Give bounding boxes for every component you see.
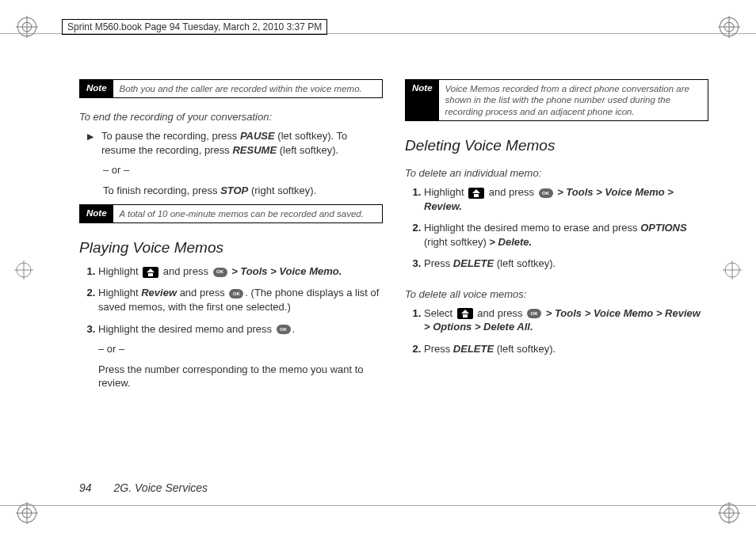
- ok-icon: OK: [539, 188, 553, 198]
- pointer-icon: ▶: [87, 131, 94, 157]
- left-column: Note Both you and the caller are recorde…: [79, 79, 383, 469]
- softkey-label: DELETE: [453, 343, 494, 355]
- crop-line-bottom: [0, 505, 756, 507]
- subheading: To delete all voice memos:: [405, 288, 708, 300]
- ok-icon: OK: [527, 309, 541, 318]
- home-icon: [143, 267, 158, 278]
- body-text: To pause the recording, press PAUSE (let…: [101, 129, 383, 157]
- page-footer: 94 2G. Voice Services: [79, 481, 208, 494]
- page-number: 94: [79, 481, 92, 494]
- softkey-label: Review: [141, 287, 177, 299]
- list-item: Highlight Review and press OK. (The phon…: [98, 286, 383, 314]
- registration-mark-icon: [718, 16, 740, 38]
- ok-icon: OK: [213, 268, 227, 277]
- bullet-item: ▶ To pause the recording, press PAUSE (l…: [87, 129, 383, 157]
- or-separator: – or –: [98, 342, 383, 356]
- section-title: Playing Voice Memos: [79, 239, 383, 257]
- subheading: To delete an individual memo:: [405, 167, 708, 179]
- note-text: Voice Memos recorded from a direct phone…: [439, 80, 708, 120]
- or-separator: – or –: [103, 163, 383, 177]
- list-item: Highlight the desired memo to erase and …: [424, 221, 708, 249]
- note-box: Note Voice Memos recorded from a direct …: [405, 79, 708, 121]
- crosshair-icon: [14, 260, 33, 280]
- home-icon: [457, 308, 473, 319]
- list-item: Highlight and press OK > Tools > Voice M…: [98, 264, 383, 279]
- note-text: A total of 10 one-minute memos can be re…: [113, 205, 370, 222]
- registration-mark-icon: [718, 502, 740, 524]
- section-label: 2G. Voice Services: [114, 481, 208, 494]
- note-label: Note: [80, 205, 113, 222]
- note-text: Both you and the caller are recorded wit…: [113, 80, 368, 97]
- page-header-line: Sprint M560.book Page 94 Tuesday, March …: [62, 19, 327, 35]
- list-item: Highlight and press OK > Tools > Voice M…: [424, 185, 708, 213]
- softkey-label: OPTIONS: [640, 222, 687, 234]
- ok-icon: OK: [229, 289, 243, 299]
- menu-path: > Delete.: [489, 236, 532, 248]
- page-content: Note Both you and the caller are recorde…: [79, 79, 708, 469]
- home-icon: [468, 188, 484, 199]
- softkey-label: STOP: [220, 184, 248, 196]
- note-box: Note Both you and the caller are recorde…: [79, 79, 383, 98]
- note-label: Note: [406, 80, 439, 120]
- right-column: Note Voice Memos recorded from a direct …: [405, 79, 708, 469]
- softkey-label: RESUME: [232, 144, 277, 156]
- list-item: Highlight the desired memo and press OK.…: [98, 322, 383, 390]
- ordered-list: Highlight and press OK > Tools > Voice M…: [405, 185, 708, 279]
- body-text: Press the number corresponding to the me…: [98, 363, 383, 390]
- registration-mark-icon: [16, 16, 38, 38]
- list-item: Select and press OK > Tools > Voice Memo…: [424, 306, 708, 334]
- note-label: Note: [80, 80, 113, 97]
- crosshair-icon: [723, 260, 742, 280]
- body-text: To finish recording, press STOP (right s…: [103, 184, 383, 198]
- subheading: To end the recording of your conversatio…: [79, 111, 383, 123]
- list-item: Press DELETE (left softkey).: [424, 342, 708, 356]
- ordered-list: Select and press OK > Tools > Voice Memo…: [405, 306, 708, 364]
- ok-icon: OK: [277, 325, 291, 334]
- section-title: Deleting Voice Memos: [405, 137, 708, 154]
- softkey-label: DELETE: [453, 257, 494, 269]
- menu-path: > Tools > Voice Memo.: [229, 265, 342, 277]
- registration-mark-icon: [16, 502, 38, 524]
- ordered-list: Highlight and press OK > Tools > Voice M…: [79, 264, 383, 398]
- list-item: Press DELETE (left softkey).: [424, 257, 708, 271]
- note-box: Note A total of 10 one-minute memos can …: [79, 204, 383, 223]
- softkey-label: PAUSE: [240, 130, 275, 142]
